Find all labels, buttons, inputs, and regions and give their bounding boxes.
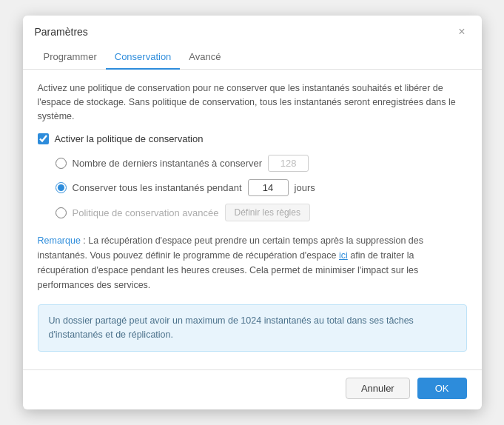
option-conserver-input[interactable] <box>248 179 289 196</box>
ok-button[interactable]: OK <box>417 378 467 399</box>
close-button[interactable]: × <box>454 24 469 39</box>
dialog-header: Paramètres × <box>23 16 482 39</box>
define-rules-button[interactable]: Définir les règles <box>225 204 310 221</box>
option-nombre-row: Nombre de derniers instantanés à conserv… <box>56 155 467 172</box>
option-avancee-row: Politique de conservation avancée Défini… <box>56 204 467 221</box>
option-avancee-label: Politique de conservation avancée <box>73 207 219 218</box>
settings-dialog: Paramètres × Programmer Conservation Ava… <box>23 16 482 409</box>
enable-policy-checkbox[interactable] <box>38 133 49 144</box>
option-conserver-radio[interactable] <box>56 182 67 193</box>
remark-link[interactable]: ici <box>339 250 348 261</box>
option-avancee-radio[interactable] <box>56 207 67 218</box>
options-group: Nombre de derniers instantanés à conserv… <box>56 155 467 221</box>
remark-keyword: Remarque <box>38 235 81 246</box>
tab-conservation[interactable]: Conservation <box>106 45 181 70</box>
days-label: jours <box>295 182 315 193</box>
dialog-footer: Annuler OK <box>23 369 482 409</box>
option-nombre-radio[interactable] <box>56 158 67 169</box>
tab-programmer[interactable]: Programmer <box>35 45 106 70</box>
description-text: Activez une politique de conservation po… <box>38 81 467 123</box>
tab-bar: Programmer Conservation Avancé <box>23 45 482 70</box>
tab-avance[interactable]: Avancé <box>180 45 229 70</box>
enable-policy-row: Activer la politique de conservation <box>38 133 467 144</box>
dialog-title: Paramètres <box>35 26 88 38</box>
option-nombre-input[interactable] <box>268 155 309 172</box>
option-conserver-label: Conserver tous les instantanés pendant <box>73 182 242 193</box>
enable-policy-label: Activer la politique de conservation <box>55 133 204 144</box>
option-nombre-label: Nombre de derniers instantanés à conserv… <box>73 158 263 169</box>
option-conserver-row: Conserver tous les instantanés pendant j… <box>56 179 467 196</box>
remark-section: Remarque : La récupération d'espace peut… <box>38 233 467 292</box>
dialog-body: Activez une politique de conservation po… <box>23 70 482 367</box>
cancel-button[interactable]: Annuler <box>346 378 410 399</box>
info-box: Un dossier partagé peut avoir un maximum… <box>38 304 467 352</box>
